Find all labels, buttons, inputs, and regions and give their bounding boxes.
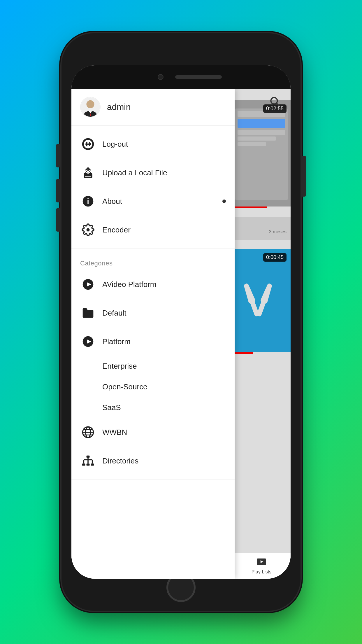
upload-label: Upload a Local File bbox=[102, 168, 167, 177]
upload-menu-item[interactable]: Upload a Local File bbox=[71, 158, 235, 187]
drawer-header: admin bbox=[71, 89, 235, 126]
category-wwbn[interactable]: WWBN bbox=[71, 418, 235, 447]
phone-frame: 0:02:55 3 meses 0:00:45 bbox=[61, 33, 301, 611]
tools-icon bbox=[244, 278, 279, 326]
svg-rect-22 bbox=[87, 456, 90, 458]
playlists-tab[interactable]: Play Lists bbox=[232, 552, 291, 579]
upload-icon bbox=[80, 165, 96, 181]
info-icon: i bbox=[80, 193, 96, 209]
progress-bar-3 bbox=[232, 352, 291, 354]
svg-rect-23 bbox=[82, 463, 85, 466]
category-default[interactable]: Default bbox=[71, 299, 235, 327]
progress-fill-3 bbox=[232, 352, 253, 354]
video-card-1[interactable]: 0:02:55 bbox=[232, 100, 291, 208]
logout-menu-item[interactable]: Log-out bbox=[71, 130, 235, 158]
svg-text:i: i bbox=[87, 197, 89, 205]
category-saas[interactable]: SaaS bbox=[71, 397, 235, 418]
categories-section: Categories AVideo Platform bbox=[71, 249, 235, 480]
svg-rect-24 bbox=[87, 463, 90, 466]
username-label: admin bbox=[107, 102, 131, 112]
video-card-3[interactable]: 0:00:45 bbox=[232, 249, 291, 354]
playlists-label: Play Lists bbox=[252, 569, 271, 575]
play-icon-1 bbox=[80, 276, 96, 292]
video-duration-3: 0:00:45 bbox=[263, 253, 287, 262]
logout-label: Log-out bbox=[102, 140, 128, 149]
search-icon[interactable] bbox=[267, 94, 282, 108]
about-dot-indicator bbox=[222, 200, 226, 203]
logout-icon bbox=[80, 136, 96, 152]
avideo-platform-label: AVideo Platform bbox=[102, 280, 156, 289]
directories-label: Directories bbox=[102, 456, 138, 466]
video-age: 3 meses bbox=[269, 229, 287, 235]
category-avideo-platform[interactable]: AVideo Platform bbox=[71, 270, 235, 299]
notch-area bbox=[71, 65, 291, 89]
user-avatar bbox=[80, 97, 101, 117]
video-card-2-meta: 3 meses bbox=[232, 217, 291, 240]
default-label: Default bbox=[102, 309, 126, 318]
svg-rect-25 bbox=[91, 463, 94, 466]
encoder-label: Encoder bbox=[102, 225, 131, 235]
settings-icon bbox=[80, 222, 96, 238]
wwbn-label: WWBN bbox=[102, 428, 127, 437]
svg-point-0 bbox=[271, 97, 277, 104]
svg-point-7 bbox=[86, 100, 94, 108]
enterprise-label: Enterprise bbox=[102, 362, 137, 371]
open-source-label: Open-Source bbox=[102, 382, 147, 391]
folder-icon bbox=[80, 305, 96, 321]
encoder-menu-item[interactable]: Encoder bbox=[71, 216, 235, 244]
about-menu-item[interactable]: i About bbox=[71, 187, 235, 216]
category-platform[interactable]: Platform bbox=[71, 327, 235, 356]
category-enterprise[interactable]: Enterprise bbox=[71, 356, 235, 377]
camera-sensor bbox=[158, 74, 164, 80]
category-directories[interactable]: Directories bbox=[71, 447, 235, 475]
main-menu-section: Log-out Upload a Local File bbox=[71, 126, 235, 249]
speaker-grille bbox=[175, 75, 222, 79]
sitemap-icon bbox=[80, 453, 96, 469]
progress-fill-1 bbox=[232, 206, 267, 208]
svg-rect-3 bbox=[256, 299, 267, 317]
platform-label: Platform bbox=[102, 337, 131, 346]
globe-icon bbox=[80, 424, 96, 440]
play-icon-2 bbox=[80, 334, 96, 349]
svg-line-1 bbox=[277, 103, 279, 106]
drawer-menu: admin bbox=[71, 89, 235, 579]
about-label: About bbox=[102, 197, 122, 206]
progress-bar-1 bbox=[232, 206, 291, 208]
phone-screen: 0:02:55 3 meses 0:00:45 bbox=[71, 65, 291, 579]
category-open-source[interactable]: Open-Source bbox=[71, 377, 235, 397]
saas-label: SaaS bbox=[102, 403, 121, 412]
screen-content: 0:02:55 3 meses 0:00:45 bbox=[71, 89, 291, 579]
categories-header: Categories bbox=[71, 253, 235, 270]
